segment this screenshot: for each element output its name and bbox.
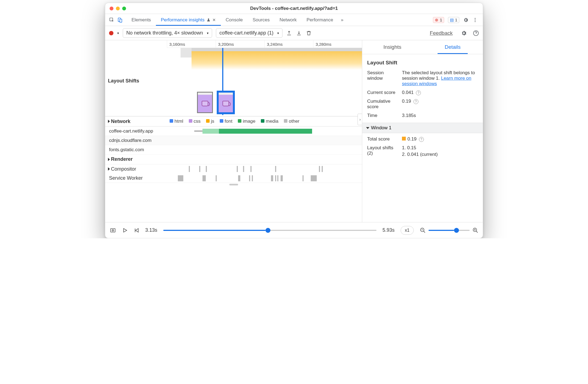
layout-shifts-label: Layout Shifts — [105, 48, 167, 116]
current-score-value: 0.041 ? — [402, 90, 478, 95]
settings-icon[interactable] — [463, 17, 469, 23]
recording-select[interactable]: coffee-cart.netlify.app (1)▾ — [216, 28, 282, 38]
gear-icon[interactable] — [461, 30, 467, 36]
help-icon[interactable] — [473, 30, 479, 36]
layout-shifts-list: 1. 0.15 2. 0.041 (current) — [402, 145, 478, 157]
layout-shift-thumbnail[interactable] — [197, 92, 213, 113]
details-tabs: Insights Details — [362, 40, 483, 54]
throttling-select[interactable]: No network throttling, 4× slowdown▾ — [123, 28, 212, 38]
export-icon[interactable] — [286, 30, 292, 36]
tab-performance[interactable]: Performance — [302, 14, 338, 26]
zoom-slider[interactable] — [429, 228, 470, 233]
window-header[interactable]: Window 1 — [362, 123, 483, 133]
ruler-tick: 3,200ms — [216, 40, 264, 48]
ruler-tick: 3,280ms — [313, 40, 362, 48]
session-window-key: Session window — [367, 70, 399, 87]
record-menu-caret[interactable]: ▾ — [117, 31, 119, 35]
right-panel: Insights Details Layout Shift Session wi… — [362, 40, 483, 222]
zoom-out-icon[interactable] — [420, 227, 426, 233]
network-row[interactable]: coffee-cart.netlify.app — [105, 127, 362, 136]
network-legend: html css js font image media other — [167, 116, 302, 126]
details-body: Layout Shift Session window The selected… — [362, 54, 483, 123]
svg-rect-7 — [111, 228, 115, 232]
renderer-header[interactable]: Renderer — [105, 154, 362, 164]
tab-details[interactable]: Details — [423, 40, 483, 54]
details-title: Layout Shift — [367, 57, 478, 68]
preview-icon[interactable] — [110, 227, 116, 233]
tab-elements[interactable]: Elements — [127, 14, 156, 26]
svg-point-5 — [475, 21, 475, 22]
tab-sources[interactable]: Sources — [248, 14, 275, 26]
resizer-handle[interactable] — [229, 184, 238, 185]
cumulative-score-key: Cumulative score — [367, 99, 399, 110]
svg-rect-2 — [120, 19, 122, 22]
more-tabs-icon[interactable]: » — [338, 14, 346, 26]
network-section: Network html css js font image media oth… — [105, 116, 362, 154]
tabs-container: Elements Performance insights ✕ Console … — [127, 14, 430, 26]
ruler-tick: 3,240ms — [264, 40, 313, 48]
session-window-value: The selected layout shift belongs to ses… — [402, 70, 478, 87]
skip-back-button[interactable] — [134, 228, 139, 233]
total-score-value: 0.19 ? — [402, 136, 478, 142]
help-icon[interactable]: ? — [413, 99, 418, 104]
layout-shifts-track[interactable] — [167, 48, 362, 116]
timeline-end-time: 5.93s — [383, 227, 395, 233]
messages-badge[interactable]: ▤1 — [448, 17, 459, 23]
devtools-window: DevTools - coffee-cart.netlify.app/?ad=1… — [105, 3, 483, 238]
network-header[interactable]: Network — [105, 116, 167, 126]
time-ruler: 3,160ms 3,200ms 3,240ms 3,280ms — [167, 40, 362, 48]
main-tabstrip: Elements Performance insights ✕ Console … — [105, 14, 483, 26]
errors-badge[interactable]: ⊗1 — [433, 17, 444, 23]
close-icon[interactable] — [110, 7, 113, 10]
layout-shift-item[interactable]: 1. 0.15 — [402, 145, 478, 151]
layout-shift-thumbnail-selected[interactable] — [218, 92, 234, 113]
titlebar: DevTools - coffee-cart.netlify.app/?ad=1 — [105, 3, 483, 14]
import-icon[interactable] — [296, 30, 302, 36]
svg-point-3 — [475, 18, 475, 19]
chevron-right-icon — [108, 158, 110, 161]
tab-performance-insights[interactable]: Performance insights ✕ — [156, 14, 221, 26]
chevron-right-icon — [108, 120, 110, 123]
tab-network[interactable]: Network — [275, 14, 301, 26]
minimize-icon[interactable] — [116, 7, 120, 10]
close-tab-icon[interactable]: ✕ — [212, 18, 216, 22]
record-button[interactable] — [109, 31, 113, 35]
play-button[interactable] — [122, 228, 128, 233]
compositor-row[interactable]: Compositor — [105, 164, 362, 174]
tab-insights[interactable]: Insights — [362, 40, 423, 54]
left-panel: › 3,160ms 3,200ms 3,240ms 3,280ms Layout… — [105, 40, 362, 222]
current-score-key: Current score — [367, 90, 399, 95]
network-row[interactable]: cdnjs.cloudflare.com — [105, 136, 362, 145]
controls-bar: ▾ No network throttling, 4× slowdown▾ co… — [105, 26, 483, 40]
feedback-link[interactable]: Feedback — [430, 30, 453, 36]
cumulative-score-value: 0.19 ? — [402, 99, 478, 110]
ruler-tick: 3,160ms — [167, 40, 216, 48]
svg-point-8 — [112, 230, 114, 231]
time-value: 3.185s — [402, 113, 478, 118]
layout-shifts-section: Layout Shifts — [105, 48, 362, 116]
maximize-icon[interactable] — [122, 7, 126, 10]
layout-shift-item[interactable]: 2. 0.041 (current) — [402, 152, 478, 157]
inspect-icon[interactable] — [109, 17, 115, 23]
help-icon[interactable]: ? — [419, 137, 424, 142]
tab-console[interactable]: Console — [221, 14, 248, 26]
window-title: DevTools - coffee-cart.netlify.app/?ad=1 — [105, 6, 483, 11]
flask-icon — [207, 18, 210, 22]
timeline-slider[interactable] — [163, 228, 376, 233]
timeline-start-time: 3.13s — [145, 227, 157, 233]
traffic-lights — [110, 7, 126, 10]
device-toolbar-icon[interactable] — [117, 17, 123, 23]
bottombar: 3.13s 5.93s x1 — [105, 222, 483, 238]
sidepanel-expand-icon[interactable]: › — [358, 114, 362, 125]
zoom-in-icon[interactable] — [472, 227, 478, 233]
delete-icon[interactable] — [306, 30, 312, 36]
service-worker-row[interactable]: Service Worker — [105, 174, 362, 183]
network-row[interactable]: fonts.gstatic.com — [105, 145, 362, 154]
kebab-menu-icon[interactable] — [472, 17, 478, 23]
chevron-down-icon — [366, 127, 369, 129]
chevron-right-icon — [108, 167, 110, 171]
help-icon[interactable]: ? — [416, 90, 421, 95]
speed-pill[interactable]: x1 — [401, 226, 414, 235]
svg-point-4 — [475, 19, 475, 20]
main-area: › 3,160ms 3,200ms 3,240ms 3,280ms Layout… — [105, 40, 483, 222]
